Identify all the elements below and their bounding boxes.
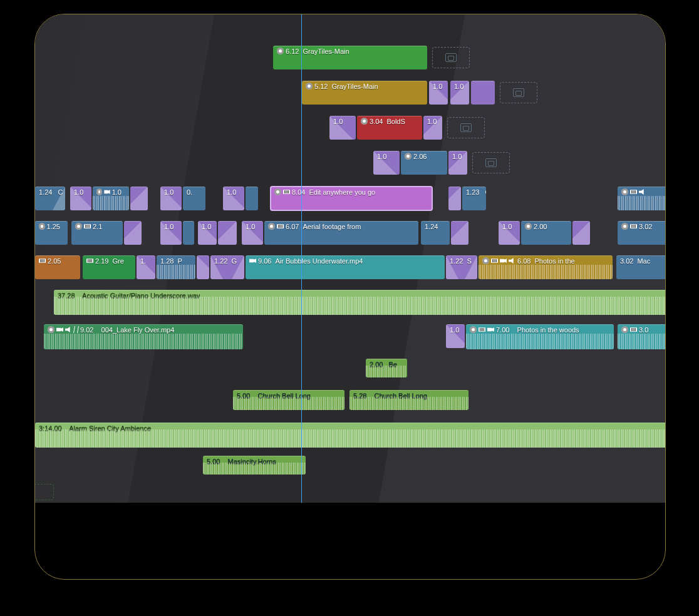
clip[interactable]: 1.28P xyxy=(157,255,195,279)
camera-icon xyxy=(249,257,256,264)
clip-church-bell-1[interactable]: 5.00 Church Bell Long xyxy=(233,390,344,410)
clip[interactable]: 2.00 xyxy=(521,221,571,245)
speaker-icon xyxy=(65,326,72,333)
disc-icon xyxy=(277,48,284,54)
reel-icon xyxy=(630,326,637,333)
transition[interactable] xyxy=(197,255,209,279)
clip-photos-woods-2[interactable]: 7.00 Photos in the woods xyxy=(466,324,614,349)
transition[interactable]: 1.0 xyxy=(329,116,356,140)
camera-icon xyxy=(500,257,507,264)
transition[interactable]: 1.0 xyxy=(70,187,91,210)
transition[interactable]: 1.0 xyxy=(446,324,465,348)
clip-air-bubbles[interactable]: 9.06Air Bubbles Underwater.mp4 xyxy=(246,255,445,279)
timeline-panel: 6.12GrayTiles-Main 5.12GrayTiles-Main 1.… xyxy=(34,14,666,580)
clip-graytiles-main-1[interactable]: 6.12GrayTiles-Main xyxy=(273,46,427,69)
transition[interactable]: 1.0 xyxy=(198,221,217,245)
clip-placeholder-icon xyxy=(460,123,472,132)
empty-clip-slot[interactable] xyxy=(500,82,537,103)
clip[interactable]: 3.02Mac xyxy=(616,255,666,279)
clip-small[interactable] xyxy=(471,81,495,105)
disc-icon xyxy=(361,118,368,125)
disc-icon xyxy=(525,223,532,230)
disc-icon xyxy=(621,188,628,195)
reel-icon xyxy=(630,223,637,230)
transition[interactable] xyxy=(451,221,469,245)
disc-icon xyxy=(48,326,54,333)
clip-photos-woods-1[interactable]: 6.08Photos in the xyxy=(479,255,613,279)
transition[interactable]: 1.0 xyxy=(499,221,520,245)
clip[interactable]: 1.22S xyxy=(446,255,477,279)
clip[interactable]: 1.24 xyxy=(421,221,450,245)
clip-aerial-footage[interactable]: 6.07Aerial footage from xyxy=(264,221,418,245)
fx-icon xyxy=(73,326,79,333)
timeline-canvas[interactable]: 6.12GrayTiles-Main 5.12GrayTiles-Main 1.… xyxy=(35,14,665,503)
clip-placeholder-icon xyxy=(513,88,524,97)
disc-icon xyxy=(75,223,82,230)
reel-icon xyxy=(630,188,637,195)
clip-lake-fly-over[interactable]: 9.02 004_Lake Fly Over.mp4 xyxy=(44,324,243,349)
disc-icon xyxy=(39,223,45,230)
empty-clip-slot[interactable] xyxy=(447,117,485,138)
disc-icon xyxy=(274,188,281,195)
transition[interactable] xyxy=(448,187,461,210)
speaker-icon xyxy=(639,188,646,195)
clip[interactable] xyxy=(246,187,258,210)
disc-icon xyxy=(405,153,412,160)
clip-small[interactable]: 2.06 xyxy=(401,151,447,175)
clip[interactable]: 2.1 xyxy=(71,221,123,245)
transition[interactable] xyxy=(124,221,142,245)
camera-icon xyxy=(104,188,110,195)
clip-acoustic-guitar[interactable]: 37.28 Acoustic Guitar/Piano Underscore.w… xyxy=(54,290,666,315)
reel-icon xyxy=(39,257,46,264)
reel-icon xyxy=(86,257,93,264)
transition[interactable]: 1.0 xyxy=(160,187,182,210)
reel-icon xyxy=(491,257,498,264)
transition[interactable] xyxy=(572,221,590,245)
clip[interactable]: 0. xyxy=(183,187,205,210)
camera-icon xyxy=(56,326,63,333)
clip-bold[interactable]: 3.04BoldS xyxy=(357,116,422,140)
reel-icon xyxy=(283,188,290,195)
clip[interactable]: 3.0 xyxy=(618,324,666,349)
transition[interactable]: 1.0 xyxy=(450,81,469,105)
clip-graytiles-main-2[interactable]: 5.12GrayTiles-Main xyxy=(302,81,427,105)
empty-clip-slot[interactable] xyxy=(34,484,54,500)
clip[interactable]: 1.0 xyxy=(93,187,129,210)
transition[interactable]: 1.0 xyxy=(423,116,442,140)
clip[interactable]: 2.05 xyxy=(35,255,80,279)
clip-placeholder-icon xyxy=(485,158,497,167)
transition[interactable]: 1.0 xyxy=(429,81,448,105)
transition[interactable]: 1.0 xyxy=(223,187,244,210)
disc-icon xyxy=(482,257,489,264)
transition[interactable] xyxy=(130,187,148,210)
clip[interactable] xyxy=(183,221,194,245)
disc-icon xyxy=(96,188,102,195)
clip-edit-anywhere[interactable]: 8.04Edit anywhere you go xyxy=(271,187,432,210)
transition[interactable]: 1. xyxy=(137,255,155,279)
disc-icon xyxy=(268,223,275,230)
clip-masincity-horns[interactable]: 5.00 Masincity.Horns xyxy=(203,456,306,475)
transition[interactable] xyxy=(218,221,237,245)
clip-bell-short[interactable]: 2.00 Be xyxy=(366,359,407,377)
clip[interactable]: 2.19Gre xyxy=(83,255,135,279)
disc-icon xyxy=(470,326,477,333)
clip-church-bell-2[interactable]: 5.28 Church Bell Long xyxy=(350,390,469,410)
transition[interactable]: 1.0 xyxy=(160,221,182,245)
empty-clip-slot[interactable] xyxy=(472,152,510,173)
clip[interactable]: 1.23 C xyxy=(462,187,486,210)
clip-placeholder-icon xyxy=(445,53,457,62)
clip[interactable]: 1.24 C xyxy=(35,187,65,210)
clip[interactable]: 3.02 xyxy=(618,221,666,245)
transition[interactable]: 1.0 xyxy=(242,221,263,245)
clip[interactable]: 1.25 xyxy=(35,221,68,245)
reel-icon xyxy=(84,223,91,230)
reel-icon xyxy=(479,326,485,333)
clip-alarm-siren[interactable]: 3:14.00 Alarm Siren City Ambience xyxy=(35,423,666,448)
empty-clip-slot[interactable] xyxy=(432,47,470,68)
disc-icon xyxy=(621,223,628,230)
clip[interactable] xyxy=(618,187,666,210)
transition[interactable]: 1.0 xyxy=(448,151,467,175)
transition[interactable]: 1.0 xyxy=(373,151,400,175)
disc-icon xyxy=(306,83,313,90)
clip[interactable]: 1.22G xyxy=(210,255,244,279)
